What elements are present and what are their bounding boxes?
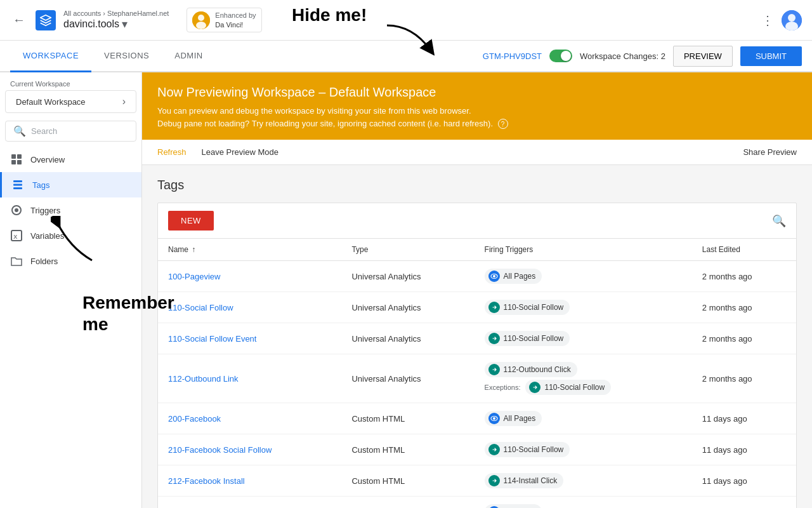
new-tag-button[interactable]: NEW	[168, 211, 214, 231]
tab-workspace[interactable]: WORKSPACE	[10, 41, 91, 72]
trigger-label: 110-Social Follow	[504, 334, 564, 343]
top-header: ← All accounts › StephaneHamel.net davin…	[0, 0, 812, 41]
folders-icon	[10, 255, 23, 267]
svg-rect-8	[11, 160, 16, 164]
trigger-icon	[488, 413, 500, 424]
trigger-label: 110-Social Follow	[504, 445, 564, 454]
tags-toolbar: NEW 🔍	[158, 203, 796, 239]
workspace-selector[interactable]: Default Workspace ›	[5, 90, 136, 113]
preview-actions: Refresh Leave Preview Mode Share Preview	[142, 140, 812, 165]
trigger-label: 114-Install Click	[504, 476, 558, 485]
cell-name: 110-Social Follow Event	[158, 323, 341, 354]
tag-link[interactable]: 110-Social Follow	[168, 303, 233, 312]
tag-link[interactable]: 110-Social Follow Event	[168, 334, 256, 344]
cell-type: Custom HTML	[341, 434, 474, 465]
cell-name: 210-Facebook Social Follow	[158, 434, 341, 465]
cell-triggers: 114-Install Click	[475, 465, 692, 497]
trigger-label: All Pages	[504, 414, 536, 423]
triggers-icon	[10, 204, 23, 217]
svg-text:x: x	[13, 232, 18, 241]
header-actions: ⋮	[759, 10, 802, 30]
trigger-icon	[488, 364, 500, 375]
trigger-badge: 110-Social Follow	[485, 331, 570, 346]
nav-right: GTM-PHV9DST Workspace Changes: 2 PREVIEW…	[483, 46, 812, 67]
preview-banner-title: Now Previewing Workspace – Default Works…	[157, 85, 797, 100]
submit-button[interactable]: SUBMIT	[740, 46, 802, 66]
table-row: 212-Facebook Install Custom HTML 114-Ins…	[158, 465, 796, 497]
svg-point-2	[196, 22, 206, 29]
tags-section: Tags NEW 🔍 Name ↑ Type Firing	[142, 165, 812, 508]
tags-icon	[12, 178, 25, 191]
tag-link[interactable]: 210-Facebook Social Follow	[168, 445, 272, 455]
share-preview-link[interactable]: Share Preview	[743, 147, 797, 157]
cell-edited: a year ago	[692, 497, 796, 509]
cell-edited: 11 days ago	[692, 434, 796, 465]
cell-name: 100-Pageview	[158, 261, 341, 292]
logo-icon	[36, 10, 56, 30]
back-button[interactable]: ←	[10, 10, 28, 30]
cell-type: Universal Analytics	[341, 323, 474, 354]
workspace-changes: Workspace Changes: 2	[580, 51, 665, 61]
cell-name: 112-Outbound Link	[158, 354, 341, 403]
sidebar-label-tags: Tags	[32, 180, 49, 190]
tag-link[interactable]: 200-Facebook	[168, 414, 221, 424]
sort-icon: ↑	[192, 245, 195, 254]
cell-type: Custom HTML	[341, 497, 474, 509]
search-icon: 🔍	[13, 125, 26, 137]
breadcrumb: All accounts › StephaneHamel.net	[63, 10, 169, 17]
sidebar: Current Workspace Default Workspace › 🔍 …	[0, 72, 142, 508]
exceptions-row: Exceptions: 110-Social Follow	[485, 380, 682, 395]
trigger-badge: All Pages	[485, 269, 542, 284]
tab-admin[interactable]: ADMIN	[162, 41, 215, 72]
leave-preview-link[interactable]: Leave Preview Mode	[202, 147, 278, 157]
tag-link[interactable]: 212-Facebook Install	[168, 476, 245, 486]
sidebar-item-folders[interactable]: Folders	[0, 248, 141, 274]
hide-me-annotation: Hide me!	[292, 5, 367, 25]
svg-point-18	[493, 275, 495, 277]
sidebar-item-tags[interactable]: Tags	[0, 172, 141, 197]
refresh-link[interactable]: Refresh	[157, 147, 187, 157]
user-avatar[interactable]	[782, 10, 802, 30]
sidebar-item-variables[interactable]: x Variables	[0, 223, 141, 248]
domain-name: davinci.tools ▾	[63, 17, 169, 31]
svg-rect-9	[17, 160, 22, 164]
workspace-name: Default Workspace	[16, 97, 86, 107]
cell-name: 200-Facebook	[158, 403, 341, 434]
cell-type: Universal Analytics	[341, 261, 474, 292]
svg-point-4	[788, 14, 796, 22]
table-search-icon[interactable]: 🔍	[772, 214, 786, 228]
col-triggers: Firing Triggers	[475, 239, 692, 261]
main-content: Now Previewing Workspace – Default Works…	[142, 72, 812, 508]
preview-banner-line1: You can preview and debug the workspace …	[157, 105, 797, 117]
tag-link[interactable]: 100-Pageview	[168, 272, 220, 281]
preview-banner: Now Previewing Workspace – Default Works…	[142, 72, 812, 140]
domain-dropdown[interactable]: ▾	[122, 17, 128, 31]
trigger-label: 110-Social Follow	[504, 303, 564, 312]
more-button[interactable]: ⋮	[759, 10, 776, 30]
table-header-row: Name ↑ Type Firing Triggers Last Edited	[158, 239, 796, 261]
preview-toggle[interactable]	[549, 50, 572, 62]
table-row: 100-Pageview Universal Analytics All Pag…	[158, 261, 796, 292]
trigger-icon	[488, 302, 500, 313]
cell-edited: 2 months ago	[692, 261, 796, 292]
overview-icon	[10, 153, 23, 166]
help-icon[interactable]: ?	[498, 119, 508, 129]
col-edited: Last Edited	[692, 239, 796, 261]
sidebar-label-variables: Variables	[30, 231, 64, 241]
cell-type: Custom HTML	[341, 403, 474, 434]
main-layout: Current Workspace Default Workspace › 🔍 …	[0, 72, 812, 508]
svg-rect-11	[13, 184, 22, 186]
svg-rect-12	[13, 187, 22, 189]
trigger-label: All Pages	[504, 272, 536, 281]
account-info: All accounts › StephaneHamel.net davinci…	[63, 10, 169, 31]
sidebar-item-triggers[interactable]: Triggers	[0, 197, 141, 223]
search-box[interactable]: 🔍 Search	[5, 121, 136, 142]
tag-link[interactable]: 112-Outbound Link	[168, 374, 239, 384]
cell-type: Universal Analytics	[341, 354, 474, 403]
table-row: 110-Social Follow Universal Analytics 11…	[158, 292, 796, 323]
svg-point-14	[15, 208, 18, 212]
tab-versions[interactable]: VERSIONS	[91, 41, 162, 72]
preview-button[interactable]: PREVIEW	[673, 46, 733, 67]
trigger-badge: All Pages	[485, 411, 542, 426]
sidebar-item-overview[interactable]: Overview	[0, 147, 141, 172]
